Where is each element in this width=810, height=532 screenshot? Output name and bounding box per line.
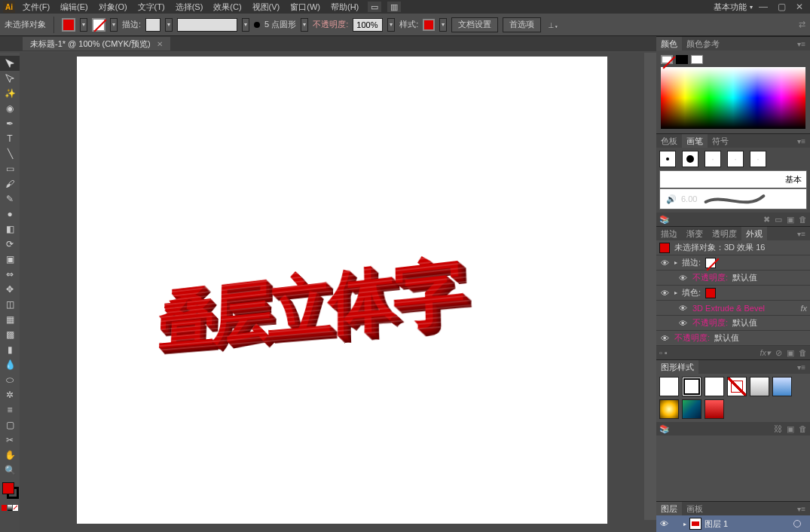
dup-icon[interactable]: ▣ (787, 348, 794, 358)
black-swatch[interactable] (676, 55, 688, 64)
tab-symbols[interactable]: 符号 (708, 134, 733, 148)
options-icon[interactable]: ▭ (775, 215, 782, 225)
rotate-tool[interactable]: ⟳ (0, 237, 20, 252)
row-opacity3[interactable]: 不透明度: (674, 332, 710, 344)
tab-artboards[interactable]: 画板 (682, 502, 708, 516)
row-fill[interactable]: 填色: (682, 287, 701, 298)
fill-swatch-icon[interactable] (705, 288, 716, 298)
mesh-tool[interactable]: ▩ (0, 327, 20, 342)
layer-row[interactable]: 👁 ▸ 图层 1 (656, 515, 810, 532)
style-thumb[interactable] (682, 377, 701, 396)
artboard-tool[interactable]: ▢ (0, 417, 20, 433)
blob-brush-tool[interactable]: ● (0, 206, 20, 222)
stroke-weight-dd[interactable]: ▾ (165, 18, 173, 32)
document-tab[interactable]: 未标题-1* @ 100% (CMYK/预览) ✕ (23, 37, 170, 50)
clear-icon[interactable]: ⊘ (775, 348, 782, 358)
library-icon[interactable]: 📚 (659, 424, 670, 434)
brush-thumb[interactable]: · (705, 151, 721, 167)
brush-def[interactable] (177, 18, 237, 32)
style-swatch[interactable] (423, 19, 435, 31)
visibility-icon[interactable]: 👁 (677, 273, 688, 283)
free-transform-tool[interactable]: ✥ (0, 282, 20, 297)
workspace-switcher[interactable]: 基本功能 (714, 2, 747, 13)
eraser-tool[interactable]: ◧ (0, 222, 20, 237)
brush-basic[interactable]: 基本 (659, 170, 807, 188)
trash-icon[interactable]: 🗑 (799, 424, 807, 433)
stroke-profile[interactable]: 5 点圆形 (264, 19, 296, 30)
tab-brushes[interactable]: 画笔 (682, 134, 708, 148)
shape-builder-tool[interactable]: ◫ (0, 297, 20, 312)
brush-thumb[interactable] (682, 151, 698, 167)
pencil-tool[interactable]: ✎ (0, 191, 20, 206)
remove-brush-icon[interactable]: ✖ (763, 215, 770, 225)
menu-window[interactable]: 窗口(W) (287, 2, 323, 13)
tab-graphic-styles[interactable]: 图形样式 (656, 360, 698, 375)
visibility-icon[interactable]: 👁 (677, 318, 688, 329)
color-spectrum[interactable] (661, 67, 805, 129)
fx-icon[interactable]: fx (800, 304, 807, 313)
color-mode-icons[interactable] (0, 505, 20, 511)
perspective-tool[interactable]: ▦ (0, 312, 20, 327)
style-thumb[interactable] (705, 377, 724, 396)
brush-dd[interactable]: ▾ (242, 18, 249, 32)
zoom-tool[interactable]: 🔍 (0, 463, 20, 478)
lasso-tool[interactable]: ◉ (0, 101, 20, 116)
style-dd[interactable]: ▾ (439, 18, 447, 32)
blend-tool[interactable]: ⬭ (0, 372, 20, 387)
visibility-icon[interactable]: 👁 (658, 519, 670, 528)
row-opacity2[interactable]: 不透明度: (692, 317, 728, 329)
style-thumb[interactable] (727, 377, 747, 396)
brush-thumb[interactable]: · (750, 151, 766, 167)
layout-icon[interactable]: ▭ (368, 2, 381, 12)
panel-menu-icon[interactable]: ▾≡ (796, 136, 807, 147)
tab-gradient[interactable]: 渐变 (682, 227, 708, 241)
row-stroke[interactable]: 描边: (682, 257, 701, 268)
tab-layers[interactable]: 图层 (656, 502, 682, 516)
tab-swatches[interactable]: 色板 (656, 134, 682, 148)
library-icon[interactable]: 📚 (659, 215, 670, 225)
symbol-sprayer-tool[interactable]: ✲ (0, 387, 20, 402)
graph-tool[interactable]: ≡ (0, 402, 20, 417)
tab-stroke[interactable]: 描边 (656, 227, 682, 241)
stroke-weight[interactable] (145, 18, 160, 32)
opacity-field[interactable]: 100% (353, 18, 383, 32)
tab-color[interactable]: 颜色 (656, 37, 682, 51)
brush-thumb[interactable] (659, 151, 676, 167)
new-brush-icon[interactable]: ▣ (787, 215, 794, 225)
profile-dd[interactable]: ▾ (301, 18, 308, 32)
visibility-icon[interactable]: 👁 (659, 288, 670, 298)
close-tab-icon[interactable]: ✕ (157, 40, 163, 48)
magic-wand-tool[interactable]: ✨ (0, 86, 20, 101)
artwork-3d-text[interactable]: 叠层立体字 (157, 243, 547, 350)
scale-tool[interactable]: ▣ (0, 252, 20, 267)
eyedropper-tool[interactable]: 💧 (0, 357, 20, 372)
style-thumb[interactable] (750, 377, 769, 396)
tab-transparency[interactable]: 透明度 (708, 227, 741, 241)
align-icon[interactable]: ⟂▾ (549, 20, 559, 29)
width-tool[interactable]: ⇔ (0, 267, 20, 282)
optbar-overflow-icon[interactable]: ⇄ (799, 20, 805, 29)
menu-effect[interactable]: 效果(C) (210, 2, 244, 13)
stroke-none-icon[interactable] (705, 258, 716, 268)
gradient-tool[interactable]: ▮ (0, 342, 20, 357)
slice-tool[interactable]: ✂ (0, 433, 20, 448)
pen-tool[interactable]: ✒ (0, 116, 20, 131)
prefs-button[interactable]: 首选项 (503, 17, 541, 32)
visibility-icon[interactable]: 👁 (659, 333, 670, 344)
menu-object[interactable]: 对象(O) (96, 2, 130, 13)
brush-thumb[interactable]: · (727, 151, 744, 167)
tab-color-guide[interactable]: 颜色参考 (682, 37, 724, 51)
menu-type[interactable]: 文字(T) (135, 2, 168, 13)
menu-select[interactable]: 选择(S) (173, 2, 206, 13)
menu-file[interactable]: 文件(F) (20, 2, 53, 13)
scrollbar-vertical[interactable] (644, 53, 656, 520)
menu-view[interactable]: 视图(V) (249, 2, 283, 13)
menu-help[interactable]: 帮助(H) (328, 2, 362, 13)
brush-stroke-preview[interactable]: 🔊 6.00 (659, 188, 807, 209)
panel-menu-icon[interactable]: ▾≡ (796, 228, 807, 240)
selection-tool[interactable] (0, 56, 20, 71)
panel-menu-icon[interactable]: ▾≡ (796, 362, 807, 373)
hand-tool[interactable]: ✋ (0, 448, 20, 463)
fill-dropdown[interactable]: ▾ (80, 18, 87, 32)
row-effect[interactable]: 3D Extrude & Bevel (692, 304, 765, 313)
